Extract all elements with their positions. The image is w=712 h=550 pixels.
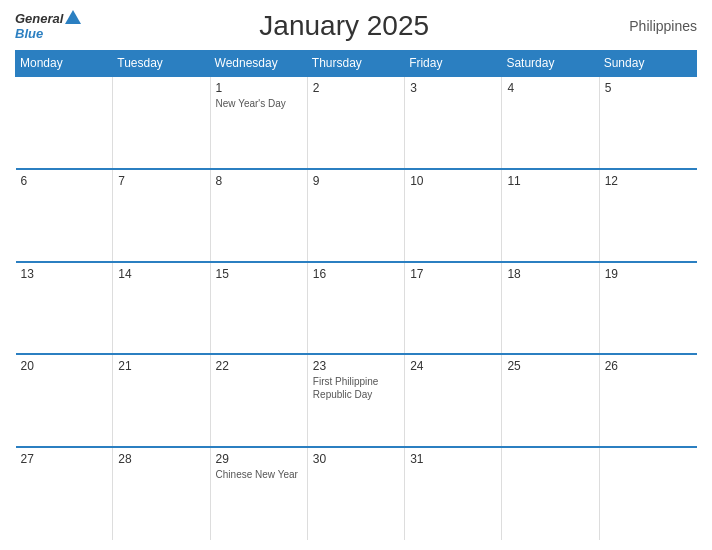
day-number: 6 [21,174,108,188]
calendar-cell [113,76,210,169]
calendar-cell: 5 [599,76,696,169]
calendar-cell: 27 [16,447,113,540]
day-number: 7 [118,174,204,188]
weekday-header-tuesday: Tuesday [113,51,210,77]
calendar-cell: 21 [113,354,210,447]
day-number: 15 [216,267,302,281]
calendar-cell: 31 [405,447,502,540]
calendar-cell: 29Chinese New Year [210,447,307,540]
calendar-cell: 19 [599,262,696,355]
day-number: 12 [605,174,692,188]
calendar-cell: 4 [502,76,599,169]
weekday-header-thursday: Thursday [307,51,404,77]
calendar-title: January 2025 [81,10,607,42]
day-number: 11 [507,174,593,188]
calendar-cell: 23First Philippine Republic Day [307,354,404,447]
calendar-cell: 8 [210,169,307,262]
calendar-cell: 2 [307,76,404,169]
calendar-cell: 22 [210,354,307,447]
calendar-table: MondayTuesdayWednesdayThursdayFridaySatu… [15,50,697,540]
calendar-cell: 20 [16,354,113,447]
calendar-cell: 7 [113,169,210,262]
day-number: 29 [216,452,302,466]
day-number: 28 [118,452,204,466]
country-label: Philippines [607,18,697,34]
calendar-cell: 18 [502,262,599,355]
day-number: 14 [118,267,204,281]
calendar-cell: 10 [405,169,502,262]
calendar-cell [16,76,113,169]
day-number: 3 [410,81,496,95]
week-row-5: 272829Chinese New Year3031 [16,447,697,540]
logo-general-text: General [15,11,63,26]
weekday-header-row: MondayTuesdayWednesdayThursdayFridaySatu… [16,51,697,77]
day-number: 9 [313,174,399,188]
calendar-page: General Blue January 2025 Philippines Mo… [0,0,712,550]
logo-triangle-icon [65,10,81,24]
logo-blue-text: Blue [15,26,43,41]
weekday-header-monday: Monday [16,51,113,77]
holiday-name: Chinese New Year [216,468,302,481]
calendar-cell: 28 [113,447,210,540]
calendar-cell: 11 [502,169,599,262]
calendar-cell: 6 [16,169,113,262]
calendar-header: General Blue January 2025 Philippines [15,10,697,42]
week-row-2: 6789101112 [16,169,697,262]
calendar-cell: 12 [599,169,696,262]
day-number: 17 [410,267,496,281]
calendar-cell: 16 [307,262,404,355]
day-number: 31 [410,452,496,466]
day-number: 26 [605,359,692,373]
day-number: 23 [313,359,399,373]
calendar-cell: 24 [405,354,502,447]
week-row-1: 1New Year's Day2345 [16,76,697,169]
day-number: 5 [605,81,692,95]
weekday-header-saturday: Saturday [502,51,599,77]
calendar-cell: 3 [405,76,502,169]
week-row-3: 13141516171819 [16,262,697,355]
day-number: 1 [216,81,302,95]
calendar-cell: 15 [210,262,307,355]
calendar-cell: 9 [307,169,404,262]
calendar-cell: 1New Year's Day [210,76,307,169]
day-number: 10 [410,174,496,188]
day-number: 8 [216,174,302,188]
day-number: 4 [507,81,593,95]
weekday-header-wednesday: Wednesday [210,51,307,77]
day-number: 20 [21,359,108,373]
day-number: 21 [118,359,204,373]
day-number: 18 [507,267,593,281]
weekday-header-sunday: Sunday [599,51,696,77]
week-row-4: 20212223First Philippine Republic Day242… [16,354,697,447]
day-number: 19 [605,267,692,281]
calendar-cell [502,447,599,540]
logo: General Blue [15,11,81,41]
calendar-cell: 17 [405,262,502,355]
calendar-cell: 26 [599,354,696,447]
day-number: 2 [313,81,399,95]
day-number: 16 [313,267,399,281]
day-number: 13 [21,267,108,281]
calendar-cell [599,447,696,540]
weekday-header-friday: Friday [405,51,502,77]
day-number: 30 [313,452,399,466]
calendar-cell: 14 [113,262,210,355]
calendar-cell: 25 [502,354,599,447]
day-number: 27 [21,452,108,466]
day-number: 24 [410,359,496,373]
calendar-cell: 30 [307,447,404,540]
day-number: 22 [216,359,302,373]
calendar-cell: 13 [16,262,113,355]
holiday-name: First Philippine Republic Day [313,375,399,401]
holiday-name: New Year's Day [216,97,302,110]
day-number: 25 [507,359,593,373]
